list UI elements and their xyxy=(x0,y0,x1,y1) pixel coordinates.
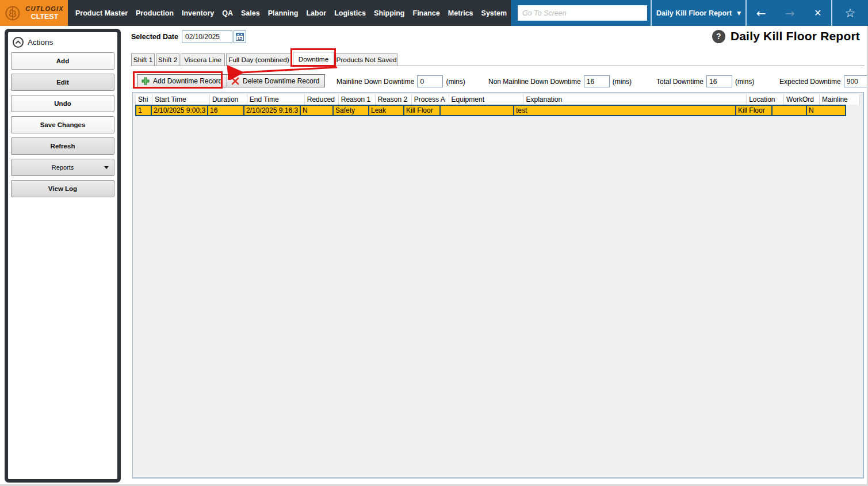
menu-item-planning[interactable]: Planning xyxy=(268,9,299,17)
cell-location[interactable]: Kill Floor xyxy=(735,105,773,116)
edit-button[interactable]: Edit xyxy=(11,74,114,91)
expected-downtime-label: Expected Downtime xyxy=(779,78,841,86)
report-tabstrip: Shift 1 Shift 2 Viscera Line Full Day (c… xyxy=(131,51,865,66)
non-mainline-down-downtime-input[interactable] xyxy=(584,75,610,87)
cell-reason-1[interactable]: Safety xyxy=(332,105,369,116)
mainline-down-downtime-field: Mainline Down Downtime (mins) xyxy=(337,75,465,87)
menu-item-product-master[interactable]: Product Master xyxy=(75,9,128,17)
tab-full-day-combined[interactable]: Full Day (combined) xyxy=(226,53,292,66)
downtime-grid-panel: Shi Start Time Duration End Time Reduced… xyxy=(132,92,864,479)
cell-mainline[interactable]: N xyxy=(806,105,846,116)
column-header-explanation[interactable]: Explanation xyxy=(523,94,747,105)
delete-x-icon xyxy=(231,77,239,85)
menu-item-finance[interactable]: Finance xyxy=(413,9,440,17)
column-header-reason-1[interactable]: Reason 1 xyxy=(339,94,376,105)
mainline-down-downtime-input[interactable] xyxy=(417,75,443,87)
column-header-reduced[interactable]: Reduced xyxy=(305,94,339,105)
cell-reason-2[interactable]: Leak xyxy=(368,105,404,116)
help-icon[interactable]: ? xyxy=(712,30,725,43)
cell-start-time[interactable]: 2/10/2025 9:00:3 xyxy=(151,105,208,116)
actions-sidebar: Actions Add Edit Undo Save Changes Refre… xyxy=(5,29,121,483)
menu-item-metrics[interactable]: Metrics xyxy=(448,9,473,17)
column-header-duration[interactable]: Duration xyxy=(210,94,247,105)
forward-arrow-icon[interactable]: → xyxy=(785,7,795,19)
reports-dropdown-button[interactable]: Reports xyxy=(11,159,114,176)
logo-text: CUTLOGIX CLTEST xyxy=(24,5,65,21)
caret-down-icon xyxy=(104,166,109,171)
total-downtime-field: Total Downtime (mins) xyxy=(656,75,754,87)
column-header-equipment[interactable]: Equipment xyxy=(449,94,524,105)
refresh-button[interactable]: Refresh xyxy=(11,137,114,155)
menu-item-qa[interactable]: QA xyxy=(222,9,233,17)
tab-shift-1[interactable]: Shift 1 xyxy=(131,53,155,66)
column-header-start-time[interactable]: Start Time xyxy=(152,94,210,105)
tab-downtime[interactable]: Downtime xyxy=(293,52,334,66)
menu-item-production[interactable]: Production xyxy=(136,9,174,17)
view-log-button[interactable]: View Log xyxy=(11,180,114,197)
add-downtime-record-button[interactable]: Add Downtime Record xyxy=(137,74,228,87)
cell-explanation[interactable]: test xyxy=(513,105,736,116)
column-header-reason-2[interactable]: Reason 2 xyxy=(376,94,412,105)
main-content: Selected Date 15 ? Daily Kill Floor Repo… xyxy=(127,26,868,486)
cell-process-area[interactable]: Kill Floor xyxy=(403,105,441,116)
screen-selector-label: Daily Kill Floor Report xyxy=(656,9,732,17)
collapse-panel-icon[interactable] xyxy=(13,37,24,48)
menu-item-inventory[interactable]: Inventory xyxy=(182,9,214,17)
column-header-mainline[interactable]: Mainline xyxy=(820,94,860,105)
column-header-end-time[interactable]: End Time xyxy=(247,94,305,105)
save-changes-button[interactable]: Save Changes xyxy=(11,116,114,133)
total-downtime-label: Total Downtime xyxy=(656,78,703,86)
topbar-blue-section: Daily Kill Floor Report ▼ ← → ✕ ☆ xyxy=(511,0,868,26)
non-mainline-down-downtime-label: Non Mainline Down Downtime xyxy=(488,78,581,86)
page-title-row: ? Daily Kill Floor Report xyxy=(712,29,860,43)
add-downtime-record-label: Add Downtime Record xyxy=(153,77,222,85)
add-button[interactable]: Add xyxy=(11,52,114,70)
calendar-picker-button[interactable]: 15 xyxy=(234,30,246,43)
delete-downtime-record-label: Delete Downtime Record xyxy=(243,77,319,85)
total-downtime-input[interactable] xyxy=(706,75,732,87)
menu-item-logistics[interactable]: Logistics xyxy=(334,9,366,17)
calendar-icon: 15 xyxy=(236,33,244,41)
cell-end-time[interactable]: 2/10/2025 9:16:3 xyxy=(243,105,301,116)
brand-name: CUTLOGIX xyxy=(25,5,63,13)
non-mainline-down-downtime-field: Non Mainline Down Downtime (mins) xyxy=(488,75,632,87)
table-row[interactable]: 1 2/10/2025 9:00:3 16 2/10/2025 9:16:3 N… xyxy=(135,105,860,116)
page-title: Daily Kill Floor Report xyxy=(731,29,860,43)
mins-suffix: (mins) xyxy=(446,78,465,86)
go-to-screen-input[interactable] xyxy=(518,5,647,21)
delete-downtime-record-button[interactable]: Delete Downtime Record xyxy=(227,74,325,87)
favorite-star-icon[interactable]: ☆ xyxy=(845,6,856,20)
main-menu: Product Master Production Inventory QA S… xyxy=(68,0,511,26)
menu-item-labor[interactable]: Labor xyxy=(306,9,326,17)
back-arrow-icon[interactable]: ← xyxy=(756,7,766,19)
downtime-grid: Shi Start Time Duration End Time Reduced… xyxy=(135,94,860,116)
app-logo[interactable]: CUTLOGIX CLTEST xyxy=(0,0,68,26)
tab-shift-2[interactable]: Shift 2 xyxy=(156,53,179,66)
menu-item-system[interactable]: System xyxy=(481,9,507,17)
menu-item-sales[interactable]: Sales xyxy=(241,9,260,17)
expected-downtime-field: Expected Downtime xyxy=(779,75,868,87)
close-icon[interactable]: ✕ xyxy=(814,7,821,18)
mainline-down-downtime-label: Mainline Down Downtime xyxy=(337,78,414,86)
plus-icon xyxy=(142,77,150,85)
cell-duration[interactable]: 16 xyxy=(207,105,244,116)
mins-suffix: (mins) xyxy=(735,78,754,86)
history-nav-icons: ← → ✕ xyxy=(747,7,831,19)
top-navigation-bar: CUTLOGIX CLTEST Product Master Productio… xyxy=(0,0,868,26)
actions-title: Actions xyxy=(28,38,53,47)
expected-downtime-input[interactable] xyxy=(844,75,868,87)
column-header-location[interactable]: Location xyxy=(747,94,784,105)
column-header-shift[interactable]: Shi xyxy=(136,94,152,105)
menu-item-shipping[interactable]: Shipping xyxy=(374,9,404,17)
column-header-workorder[interactable]: WorkOrd xyxy=(784,94,820,105)
screen-selector-dropdown[interactable]: Daily Kill Floor Report ▼ xyxy=(652,9,745,17)
selected-date-input[interactable] xyxy=(182,30,232,43)
cell-workorder[interactable] xyxy=(771,105,807,116)
cell-equipment[interactable] xyxy=(439,105,514,116)
cell-reduced[interactable]: N xyxy=(300,105,334,116)
tab-products-not-saved[interactable]: Products Not Saved xyxy=(335,53,397,66)
cell-shift[interactable]: 1 xyxy=(135,105,152,116)
tab-viscera-line[interactable]: Viscera Line xyxy=(181,53,225,66)
undo-button[interactable]: Undo xyxy=(11,95,114,112)
column-header-process-area[interactable]: Process A xyxy=(412,94,449,105)
